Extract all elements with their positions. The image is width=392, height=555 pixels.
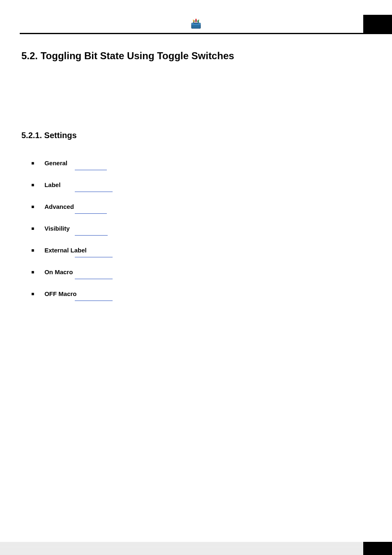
setting-label: External Label [44,247,87,254]
toolbox-icon [190,18,202,30]
svg-point-5 [196,19,197,20]
list-item: ■ General [31,159,371,167]
header-divider [20,33,392,34]
footer-black-tab [363,542,392,555]
page-footer [0,542,392,555]
bullet-icon: ■ [31,226,35,231]
link-underline [75,213,107,214]
header-black-tab [363,15,392,33]
subsection-number: 5.2.1. [21,131,42,140]
setting-label: Advanced [44,203,74,210]
link-underline [75,257,113,257]
link-underline [75,235,108,236]
link-underline [75,192,113,192]
link-underline [75,279,113,279]
setting-label: On Macro [44,268,73,275]
section-heading: 5.2. Toggling Bit State Using Toggle Swi… [21,50,371,62]
page-header [0,0,392,33]
page-content: 5.2. Toggling Bit State Using Toggle Swi… [0,33,392,298]
list-item: ■ OFF Macro [31,290,371,298]
list-item: ■ Visibility [31,224,371,232]
list-item: ■ Label [31,181,371,189]
setting-label: Label [44,181,60,188]
link-underline [75,170,107,170]
link-underline [75,301,113,301]
bullet-icon: ■ [31,160,35,166]
section-title-text: Toggling Bit State Using Toggle Switches [41,50,234,61]
list-item: ■ On Macro [31,268,371,276]
section-number: 5.2. [21,50,38,61]
subsection-heading: 5.2.1. Settings [21,131,371,140]
document-page: 5.2. Toggling Bit State Using Toggle Swi… [0,0,392,555]
settings-list: ■ General ■ Label ■ Advanced ■ Visibilit… [31,159,371,298]
subsection-title-text: Settings [44,131,77,140]
bullet-icon: ■ [31,204,35,210]
setting-label: OFF Macro [44,290,76,297]
bullet-icon: ■ [31,247,35,253]
bullet-icon: ■ [31,291,35,297]
list-item: ■ External Label [31,246,371,254]
list-item: ■ Advanced [31,203,371,210]
bullet-icon: ■ [31,269,35,275]
bullet-icon: ■ [31,182,35,188]
setting-label: General [44,160,67,166]
setting-label: Visibility [44,225,69,232]
